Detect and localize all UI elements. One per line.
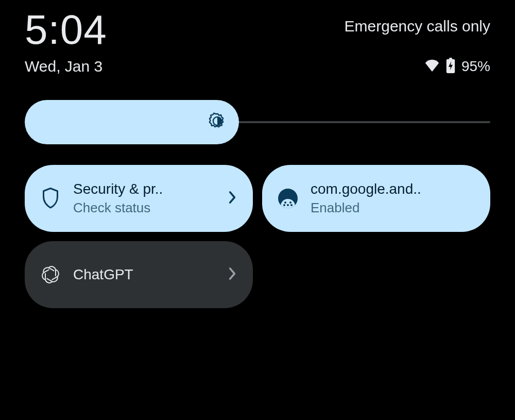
quick-settings-tiles: Security & pr.. Check status com. (25, 165, 490, 308)
network-status-text: Emergency calls only (345, 18, 490, 35)
tile-text: ChatGPT (73, 266, 217, 283)
brightness-slider[interactable] (25, 100, 490, 144)
shield-icon (39, 188, 62, 209)
tile-title: com.google.and.. (311, 181, 476, 197)
tile-title: Security & pr.. (73, 181, 217, 197)
chatgpt-icon (39, 264, 62, 285)
app-avatar-icon (277, 189, 299, 208)
tile-text: com.google.and.. Enabled (311, 181, 476, 215)
quick-settings-panel: 5:04 Emergency calls only Wed, Jan 3 95% (0, 0, 515, 420)
tile-security-privacy[interactable]: Security & pr.. Check status (25, 165, 253, 232)
clock: 5:04 (25, 9, 107, 51)
status-indicators: 95% (424, 58, 490, 75)
tile-subtitle: Check status (73, 200, 217, 216)
wifi-icon (424, 59, 440, 74)
status-row-1: 5:04 Emergency calls only (25, 0, 490, 51)
tile-text: Security & pr.. Check status (73, 181, 217, 215)
brightness-icon (208, 112, 227, 132)
battery-percentage: 95% (461, 58, 490, 75)
date: Wed, Jan 3 (25, 58, 102, 75)
chevron-right-icon (228, 267, 238, 282)
tile-google-and[interactable]: com.google.and.. Enabled (262, 165, 490, 232)
tile-subtitle: Enabled (311, 200, 476, 216)
battery-charging-icon (446, 58, 455, 75)
svg-rect-1 (449, 58, 452, 60)
tile-chatgpt[interactable]: ChatGPT (25, 241, 253, 308)
chevron-right-icon (228, 191, 238, 206)
status-row-2: Wed, Jan 3 95% (25, 58, 490, 75)
brightness-thumb[interactable] (25, 100, 239, 144)
tile-title: ChatGPT (73, 266, 217, 283)
